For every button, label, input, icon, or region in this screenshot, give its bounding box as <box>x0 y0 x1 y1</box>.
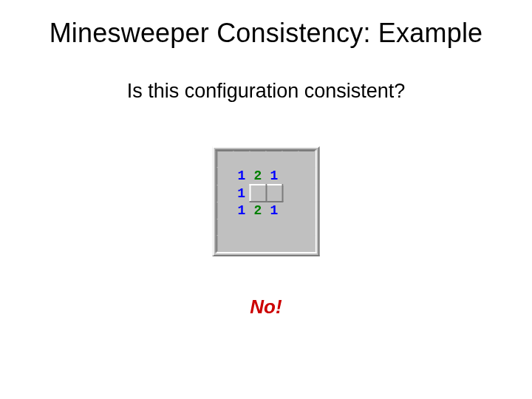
cell-empty <box>282 168 299 185</box>
cell-empty <box>217 219 233 236</box>
cell-empty <box>266 151 282 168</box>
cell-empty <box>282 236 299 252</box>
cell-empty <box>217 236 233 252</box>
cell-empty <box>233 151 250 168</box>
cell-number: 1 <box>266 168 282 185</box>
cell-empty <box>266 236 282 252</box>
slide-question: Is this configuration consistent? <box>0 80 532 103</box>
cell-number: 1 <box>266 202 282 219</box>
cell-empty <box>250 151 266 168</box>
cell-empty <box>266 219 282 236</box>
cell-empty <box>217 168 233 185</box>
cell-empty <box>233 236 250 252</box>
cell-empty <box>250 219 266 236</box>
minesweeper-board-frame: 1211121 <box>213 146 320 256</box>
cell-empty <box>299 236 315 252</box>
cell-empty <box>217 185 233 202</box>
cell-number: 1 <box>233 185 250 202</box>
cell-empty <box>282 202 299 219</box>
minesweeper-board-inner: 1211121 <box>216 149 317 253</box>
minesweeper-grid: 1211121 <box>217 151 316 252</box>
cell-covered <box>250 185 266 202</box>
cell-number: 1 <box>233 202 250 219</box>
cell-empty <box>282 151 299 168</box>
slide-answer: No! <box>0 296 532 318</box>
cell-empty <box>250 236 266 252</box>
cell-empty <box>299 151 315 168</box>
cell-number: 1 <box>233 168 250 185</box>
cell-number: 2 <box>250 202 266 219</box>
cell-number: 2 <box>250 168 266 185</box>
cell-empty <box>282 219 299 236</box>
slide-title: Minesweeper Consistency: Example <box>0 18 532 49</box>
cell-empty <box>217 151 233 168</box>
cell-empty <box>299 185 315 202</box>
cell-empty <box>282 185 299 202</box>
cell-empty <box>299 202 315 219</box>
cell-empty <box>299 219 315 236</box>
cell-empty <box>217 202 233 219</box>
slide: Minesweeper Consistency: Example Is this… <box>0 0 532 399</box>
cell-empty <box>299 168 315 185</box>
cell-empty <box>233 219 250 236</box>
cell-covered <box>266 185 282 202</box>
